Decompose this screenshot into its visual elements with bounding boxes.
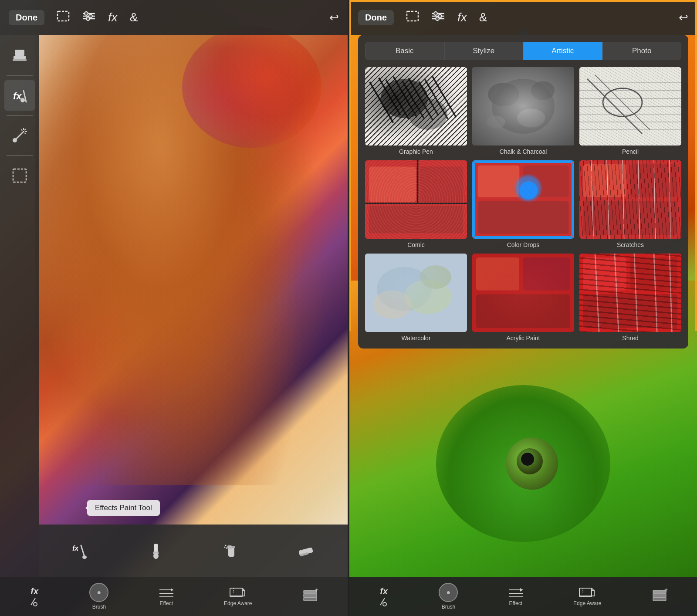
right-bottom-toolbar: fx ● Brush Effect [349,577,697,616]
stamp-tool[interactable] [4,40,35,71]
brush-tool[interactable] [146,541,166,560]
svg-line-119 [634,254,637,332]
svg-line-81 [595,75,650,130]
filter-comic[interactable]: Comic [365,160,467,248]
svg-rect-86 [369,206,463,233]
filter-chalk-charcoal-thumb [472,67,574,146]
svg-rect-61 [418,81,439,116]
done-button-right[interactable]: Done [358,10,394,25]
adjustments-icon-right[interactable] [431,10,445,25]
right-panel: Done fx & ↩ Basic Stylize [349,0,697,616]
svg-rect-62 [424,79,448,119]
filter-acrylic-paint[interactable]: Acrylic Paint [472,254,574,342]
selection-tool[interactable] [4,160,35,191]
effects-paint-tooltip: Effects Paint Tool [87,500,160,516]
effects-tools-row: fx [39,525,348,577]
tab-stylize[interactable]: Stylize [444,42,524,60]
svg-point-14 [13,138,17,142]
filter-chalk-charcoal[interactable]: Chalk & Charcoal [472,67,574,155]
svg-rect-84 [369,166,416,202]
left-panel: Done fx & ↩ [0,0,348,616]
svg-text:+: + [664,589,668,593]
fx-brush-tool[interactable]: fx [71,541,91,560]
undo-icon-right[interactable]: ↩ [679,11,688,24]
filter-scratches-thumb [579,160,681,239]
tab-artistic[interactable]: Artistic [523,42,602,60]
effects-paint-tool[interactable]: fx [4,80,35,111]
svg-line-80 [587,79,642,134]
edge-aware-label: Edge Aware [224,600,252,606]
left-bottom-toolbar: fx ● Brush Effect [0,577,348,616]
tab-basic[interactable]: Basic [365,42,444,60]
marquee-icon-right[interactable] [406,10,419,25]
filter-pencil[interactable]: Pencil [579,67,681,155]
filter-shred-thumb [579,254,681,332]
adjustments-icon[interactable] [82,10,96,25]
filter-graphic-pen[interactable]: Graphic Pen [365,67,467,155]
filter-pencil-thumb [579,67,681,146]
svg-rect-95 [583,164,626,197]
magic-wand-tool[interactable] [4,120,35,151]
brush-circle-icon: ● [89,583,108,602]
popup-arrow [517,29,529,35]
svg-point-64 [381,79,428,118]
svg-line-120 [654,254,657,332]
marquee-icon[interactable] [57,10,70,25]
svg-point-71 [486,116,505,129]
left-bottom-fx[interactable]: fx [29,586,40,607]
left-bottom-layers[interactable]: + [302,589,318,604]
svg-marker-40 [171,588,173,592]
svg-line-100 [623,160,624,239]
svg-rect-89 [474,162,572,237]
left-bottom-effect[interactable]: Effect [159,586,174,606]
svg-point-23 [82,555,87,559]
svg-point-36 [34,602,37,606]
svg-line-122 [380,598,385,605]
filter-acrylic-paint-thumb [472,254,574,332]
svg-rect-0 [58,11,69,21]
right-bottom-layers[interactable]: + [651,589,668,604]
svg-point-65 [408,98,447,130]
left-bottom-brush[interactable]: ● Brush [89,583,108,610]
filter-color-drops[interactable]: Color Drops [472,160,574,248]
ampersand-icon-right[interactable]: & [479,10,487,24]
svg-line-18 [21,129,22,131]
svg-rect-110 [476,257,519,291]
svg-line-22 [81,545,85,557]
right-bottom-effect[interactable]: Effect [508,586,524,606]
svg-point-107 [373,291,412,319]
filter-scratches[interactable]: Scratches [579,160,681,248]
filter-shred[interactable]: Shred [579,254,681,342]
right-bottom-fx[interactable]: fx [379,586,389,607]
done-button-left[interactable]: Done [9,10,44,25]
svg-rect-63 [432,76,457,118]
filter-watercolor-thumb [365,254,467,332]
filter-scratches-label: Scratches [617,241,644,248]
svg-rect-104 [365,254,467,332]
svg-rect-94 [579,160,681,239]
right-bottom-edge-aware[interactable]: Edge Aware [573,586,602,606]
svg-rect-115 [630,257,677,291]
tab-photo[interactable]: Photo [602,42,682,60]
fx-icon-right[interactable]: fx [457,10,467,24]
filter-comic-label: Comic [407,241,425,248]
svg-rect-92 [478,201,569,234]
filter-shred-label: Shred [622,335,638,342]
ampersand-icon-left[interactable]: & [130,10,138,24]
edge-aware-label-right: Edge Aware [573,600,602,606]
filter-tabs: Basic Stylize Artistic Photo [365,42,681,60]
svg-rect-44 [304,594,317,597]
svg-rect-66 [472,67,574,146]
filter-graphic-pen-label: Graphic Pen [399,148,433,155]
fx-icon-left[interactable]: fx [108,10,118,24]
svg-line-102 [654,160,656,239]
spray-tool[interactable] [221,541,240,560]
svg-rect-29 [232,546,235,548]
undo-icon-left[interactable]: ↩ [329,11,339,24]
eraser-tool[interactable] [296,541,315,560]
svg-rect-56 [378,78,401,116]
left-bottom-edge-aware[interactable]: Edge Aware [224,586,252,606]
filter-watercolor[interactable]: Watercolor [365,254,467,342]
right-bottom-brush[interactable]: ● Brush [439,583,458,610]
svg-line-99 [607,160,609,239]
